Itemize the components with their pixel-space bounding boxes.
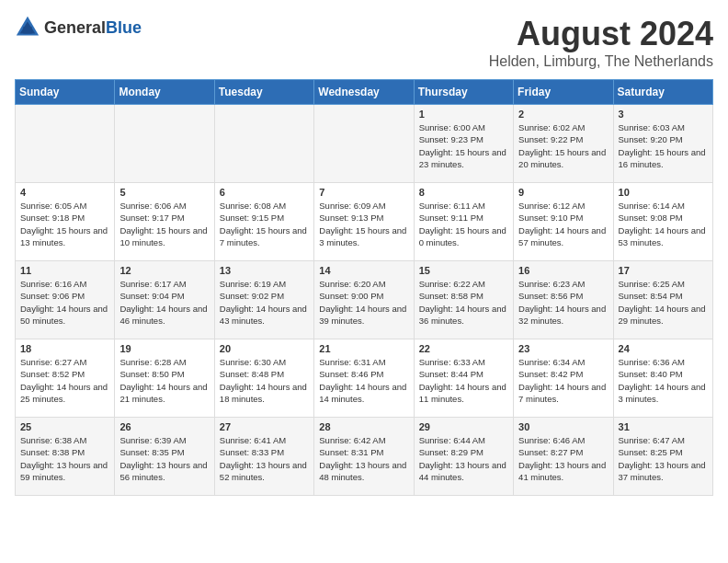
day-info: Sunrise: 6:28 AM Sunset: 8:50 PM Dayligh…	[119, 356, 209, 405]
day-info: Sunrise: 6:33 AM Sunset: 8:44 PM Dayligh…	[419, 356, 508, 405]
main-title: August 2024	[489, 15, 713, 53]
calendar-cell: 26Sunrise: 6:39 AM Sunset: 8:35 PM Dayli…	[115, 418, 214, 496]
day-number: 26	[119, 421, 209, 432]
day-number: 13	[220, 265, 309, 276]
day-info: Sunrise: 6:46 AM Sunset: 8:27 PM Dayligh…	[518, 434, 608, 483]
calendar-week-4: 18Sunrise: 6:27 AM Sunset: 8:52 PM Dayli…	[16, 339, 713, 418]
day-info: Sunrise: 6:47 AM Sunset: 8:25 PM Dayligh…	[619, 434, 708, 483]
day-number: 16	[518, 265, 608, 276]
day-number: 11	[20, 265, 109, 276]
day-info: Sunrise: 6:30 AM Sunset: 8:48 PM Dayligh…	[220, 356, 309, 405]
logo-text-general: General	[44, 18, 106, 38]
calendar-cell: 31Sunrise: 6:47 AM Sunset: 8:25 PM Dayli…	[613, 418, 712, 496]
day-header-monday: Monday	[115, 80, 214, 105]
day-number: 2	[518, 109, 608, 120]
day-info: Sunrise: 6:20 AM Sunset: 9:00 PM Dayligh…	[319, 278, 408, 327]
day-info: Sunrise: 6:44 AM Sunset: 8:29 PM Dayligh…	[419, 434, 508, 483]
day-info: Sunrise: 6:08 AM Sunset: 9:15 PM Dayligh…	[220, 200, 309, 248]
calendar-cell: 14Sunrise: 6:20 AM Sunset: 9:00 PM Dayli…	[314, 261, 414, 339]
calendar-cell: 3Sunrise: 6:03 AM Sunset: 9:20 PM Daylig…	[613, 105, 712, 183]
calendar-cell: 12Sunrise: 6:17 AM Sunset: 9:04 PM Dayli…	[115, 261, 214, 339]
calendar-cell: 1Sunrise: 6:00 AM Sunset: 9:23 PM Daylig…	[414, 105, 513, 183]
day-info: Sunrise: 6:42 AM Sunset: 8:31 PM Dayligh…	[319, 434, 408, 483]
day-header-saturday: Saturday	[613, 80, 712, 105]
day-info: Sunrise: 6:19 AM Sunset: 9:02 PM Dayligh…	[220, 278, 309, 327]
day-number: 9	[518, 187, 608, 198]
calendar-cell: 13Sunrise: 6:19 AM Sunset: 9:02 PM Dayli…	[214, 261, 313, 339]
svg-rect-2	[23, 27, 31, 33]
calendar-cell: 7Sunrise: 6:09 AM Sunset: 9:13 PM Daylig…	[314, 183, 414, 261]
day-info: Sunrise: 6:36 AM Sunset: 8:40 PM Dayligh…	[619, 356, 708, 405]
day-number: 29	[419, 421, 508, 432]
subtitle: Helden, Limburg, The Netherlands	[489, 53, 713, 70]
day-number: 14	[319, 265, 408, 276]
calendar-cell	[115, 105, 214, 183]
day-number: 7	[319, 187, 408, 198]
day-info: Sunrise: 6:27 AM Sunset: 8:52 PM Dayligh…	[20, 356, 109, 405]
calendar-cell: 28Sunrise: 6:42 AM Sunset: 8:31 PM Dayli…	[314, 418, 414, 496]
calendar-cell: 24Sunrise: 6:36 AM Sunset: 8:40 PM Dayli…	[613, 339, 712, 418]
page-header: General Blue August 2024 Helden, Limburg…	[15, 15, 713, 70]
calendar-cell: 21Sunrise: 6:31 AM Sunset: 8:46 PM Dayli…	[314, 339, 414, 418]
calendar-cell	[314, 105, 414, 183]
day-header-friday: Friday	[514, 80, 613, 105]
calendar-cell: 20Sunrise: 6:30 AM Sunset: 8:48 PM Dayli…	[214, 339, 313, 418]
day-info: Sunrise: 6:05 AM Sunset: 9:18 PM Dayligh…	[20, 200, 109, 248]
day-number: 22	[419, 343, 508, 354]
day-info: Sunrise: 6:12 AM Sunset: 9:10 PM Dayligh…	[518, 200, 608, 248]
calendar-week-1: 1Sunrise: 6:00 AM Sunset: 9:23 PM Daylig…	[16, 105, 713, 183]
day-number: 31	[619, 421, 708, 432]
calendar-week-5: 25Sunrise: 6:38 AM Sunset: 8:38 PM Dayli…	[16, 418, 713, 496]
day-info: Sunrise: 6:14 AM Sunset: 9:08 PM Dayligh…	[619, 200, 708, 248]
calendar-cell: 8Sunrise: 6:11 AM Sunset: 9:11 PM Daylig…	[414, 183, 513, 261]
title-area: August 2024 Helden, Limburg, The Netherl…	[489, 15, 713, 70]
day-info: Sunrise: 6:03 AM Sunset: 9:20 PM Dayligh…	[619, 121, 708, 170]
day-number: 21	[319, 343, 408, 354]
day-info: Sunrise: 6:02 AM Sunset: 9:22 PM Dayligh…	[518, 121, 608, 170]
calendar-cell: 9Sunrise: 6:12 AM Sunset: 9:10 PM Daylig…	[514, 183, 613, 261]
calendar-cell: 18Sunrise: 6:27 AM Sunset: 8:52 PM Dayli…	[16, 339, 115, 418]
logo: General Blue	[15, 15, 142, 40]
day-number: 23	[518, 343, 608, 354]
day-number: 10	[619, 187, 708, 198]
calendar-cell: 19Sunrise: 6:28 AM Sunset: 8:50 PM Dayli…	[115, 339, 214, 418]
day-number: 8	[419, 187, 508, 198]
day-number: 12	[119, 265, 209, 276]
day-header-thursday: Thursday	[414, 80, 513, 105]
day-info: Sunrise: 6:39 AM Sunset: 8:35 PM Dayligh…	[119, 434, 209, 483]
day-number: 17	[619, 265, 708, 276]
calendar-header-row: SundayMondayTuesdayWednesdayThursdayFrid…	[16, 80, 713, 105]
day-number: 1	[419, 109, 508, 120]
day-number: 18	[20, 343, 109, 354]
day-info: Sunrise: 6:25 AM Sunset: 8:54 PM Dayligh…	[619, 278, 708, 327]
day-number: 5	[119, 187, 209, 198]
day-info: Sunrise: 6:22 AM Sunset: 8:58 PM Dayligh…	[419, 278, 508, 327]
day-number: 19	[119, 343, 209, 354]
day-number: 28	[319, 421, 408, 432]
day-info: Sunrise: 6:11 AM Sunset: 9:11 PM Dayligh…	[419, 200, 508, 248]
calendar-cell	[214, 105, 313, 183]
day-info: Sunrise: 6:06 AM Sunset: 9:17 PM Dayligh…	[119, 200, 209, 248]
calendar-cell: 29Sunrise: 6:44 AM Sunset: 8:29 PM Dayli…	[414, 418, 513, 496]
day-info: Sunrise: 6:38 AM Sunset: 8:38 PM Dayligh…	[20, 434, 109, 483]
day-header-wednesday: Wednesday	[314, 80, 414, 105]
calendar-cell: 30Sunrise: 6:46 AM Sunset: 8:27 PM Dayli…	[514, 418, 613, 496]
calendar-cell: 25Sunrise: 6:38 AM Sunset: 8:38 PM Dayli…	[16, 418, 115, 496]
day-number: 25	[20, 421, 109, 432]
day-info: Sunrise: 6:31 AM Sunset: 8:46 PM Dayligh…	[319, 356, 408, 405]
day-header-sunday: Sunday	[16, 80, 115, 105]
day-info: Sunrise: 6:23 AM Sunset: 8:56 PM Dayligh…	[518, 278, 608, 327]
calendar-week-3: 11Sunrise: 6:16 AM Sunset: 9:06 PM Dayli…	[16, 261, 713, 339]
calendar-cell: 22Sunrise: 6:33 AM Sunset: 8:44 PM Dayli…	[414, 339, 513, 418]
calendar-cell: 16Sunrise: 6:23 AM Sunset: 8:56 PM Dayli…	[514, 261, 613, 339]
day-number: 4	[20, 187, 109, 198]
day-info: Sunrise: 6:41 AM Sunset: 8:33 PM Dayligh…	[220, 434, 309, 483]
calendar-cell: 10Sunrise: 6:14 AM Sunset: 9:08 PM Dayli…	[613, 183, 712, 261]
calendar-cell: 5Sunrise: 6:06 AM Sunset: 9:17 PM Daylig…	[115, 183, 214, 261]
calendar-cell: 15Sunrise: 6:22 AM Sunset: 8:58 PM Dayli…	[414, 261, 513, 339]
logo-icon	[15, 15, 40, 40]
calendar-cell: 4Sunrise: 6:05 AM Sunset: 9:18 PM Daylig…	[16, 183, 115, 261]
day-number: 15	[419, 265, 508, 276]
day-number: 27	[220, 421, 309, 432]
logo-text-blue: Blue	[106, 18, 142, 38]
